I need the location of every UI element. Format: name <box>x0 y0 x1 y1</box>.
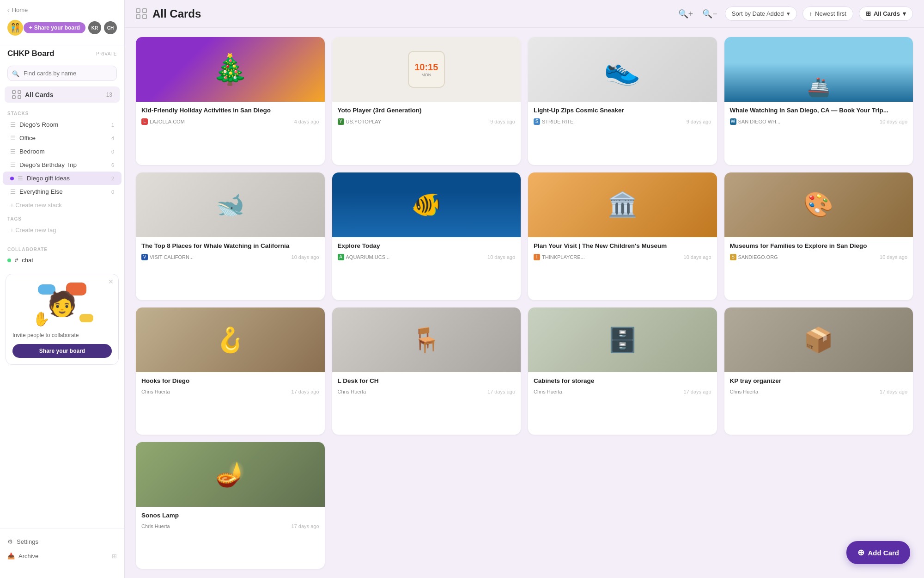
clock-date: MON <box>421 73 431 77</box>
chat-row[interactable]: # chat <box>0 254 124 266</box>
source-name: VISIT CALIFORN... <box>150 254 194 260</box>
stack-count: 0 <box>111 189 114 195</box>
card-image-museum: 🏛️ <box>528 172 717 237</box>
card-13[interactable]: 🪔 Sonos Lamp Chris Huerta 17 days ago <box>136 442 325 569</box>
sidebar-item-bedroom[interactable]: ☰ Bedroom 0 <box>3 145 122 158</box>
add-card-button[interactable]: ⊕ Add Card <box>846 541 911 564</box>
user-badge-kr: KR <box>88 21 101 34</box>
chevron-left-icon: ‹ <box>7 7 9 13</box>
card-date: 10 days ago <box>684 254 711 260</box>
source-favicon: Y <box>338 118 344 125</box>
online-indicator <box>7 258 11 262</box>
source-name: SAN DIEGO WH... <box>738 119 781 124</box>
sidebar-item-birthday-trip[interactable]: ☰ Diego's Birthday Trip 6 <box>3 158 122 172</box>
sidebar-item-everything-else[interactable]: ☰ Everything Else 0 <box>3 185 122 198</box>
card-11[interactable]: 🗄️ Cabinets for storage Chris Huerta 17 … <box>528 307 717 435</box>
zoom-out-button[interactable]: 🔍− <box>700 7 719 21</box>
stack-icon: ☰ <box>10 135 16 141</box>
sort-value: Newest first <box>815 10 846 17</box>
stack-icon: ☰ <box>10 161 16 168</box>
card-image-tray: 📦 <box>724 307 913 372</box>
card-2[interactable]: 10:15 MON Yoto Player (3rd Generation) Y… <box>332 37 521 165</box>
view-dropdown[interactable]: ⊞ All Cards ▾ <box>859 6 913 21</box>
create-tag-button[interactable]: + Create new tag <box>3 223 122 237</box>
settings-icon: ⚙ <box>7 538 13 545</box>
source-name: US.YOTOPLAY <box>346 119 382 124</box>
source-favicon: A <box>338 254 344 260</box>
home-link[interactable]: ‹ Home <box>7 6 117 13</box>
all-cards-row[interactable]: All Cards 13 <box>5 86 120 103</box>
card-source: Y US.YOTOPLAY <box>338 118 382 125</box>
card-image-yoto: 10:15 MON <box>332 37 521 102</box>
card-3[interactable]: 👟 Light-Up Zips Cosmic Sneaker S STRIDE … <box>528 37 717 165</box>
sidebar-top: ‹ Home 🧑‍🤝‍🧑 + Share your board KR CH <box>0 0 124 45</box>
create-stack-label: + Create new stack <box>10 202 62 209</box>
card-author: Chris Huerta <box>141 523 170 529</box>
card-5[interactable]: 🐋 The Top 8 Places for Whale Watching in… <box>136 172 325 301</box>
chevron-down-icon: ▾ <box>903 10 906 17</box>
card-source: S SANDIEGO.ORG <box>730 254 778 260</box>
invite-panel: ✕ 🧑 ✋ Invite people to collaborate Share… <box>6 274 119 365</box>
search-input[interactable] <box>7 66 117 81</box>
card-title: Plan Your Visit | The New Children's Mus… <box>534 242 711 250</box>
hash-icon: # <box>15 257 18 264</box>
share-board-button[interactable]: Share your board <box>12 344 112 358</box>
all-cards-label: All Cards <box>12 90 53 99</box>
yoto-clock: 10:15 MON <box>408 51 445 88</box>
invite-text: Invite people to collaborate <box>12 332 112 339</box>
cards-grid: 🎄 Kid-Friendly Holiday Activities in San… <box>125 28 924 578</box>
card-image-hooks: 🪝 <box>136 307 325 372</box>
card-4[interactable]: 🚢 Whale Watching in San Diego, CA — Book… <box>724 37 913 165</box>
sort-direction-icon: ↑ <box>809 10 813 17</box>
card-image-whale-article: 🐋 <box>136 172 325 237</box>
card-12[interactable]: 📦 KP tray organizer Chris Huerta 17 days… <box>724 307 913 435</box>
card-date: 10 days ago <box>487 254 515 260</box>
source-favicon: T <box>534 254 540 260</box>
card-8[interactable]: 🎨 Museums for Families to Explore in San… <box>724 172 913 301</box>
user-badge-ch: CH <box>104 21 117 34</box>
sidebar-item-diegos-room[interactable]: ☰ Diego's Room 1 <box>3 118 122 131</box>
chevron-down-icon: ▾ <box>787 10 790 17</box>
card-image-boat: 🚢 <box>724 37 913 102</box>
share-button[interactable]: + Share your board <box>24 22 85 33</box>
stack-name: Office <box>19 135 36 141</box>
archive-label: Archive <box>18 553 38 560</box>
zoom-in-button[interactable]: 🔍+ <box>676 7 695 21</box>
card-title: Cabinets for storage <box>534 377 711 385</box>
speech-bubble-yellow <box>79 314 93 322</box>
card-6[interactable]: 🐠 Explore Today A AQUARIUM.UCS... 10 day… <box>332 172 521 301</box>
main-title-row: All Cards <box>136 7 201 20</box>
card-10[interactable]: 🪑 L Desk for CH Chris Huerta 17 days ago <box>332 307 521 435</box>
sidebar-item-diego-gift-ideas[interactable]: ☰ Diego gift ideas 2 <box>3 172 122 185</box>
card-7[interactable]: 🏛️ Plan Your Visit | The New Children's … <box>528 172 717 301</box>
stack-count: 1 <box>111 122 114 128</box>
header-controls: 🔍+ 🔍− Sort by Date Added ▾ ↑ Newest firs… <box>676 6 913 21</box>
card-date: 10 days ago <box>880 254 907 260</box>
card-date: 17 days ago <box>880 389 907 394</box>
sidebar-item-office[interactable]: ☰ Office 4 <box>3 131 122 145</box>
card-author: Chris Huerta <box>338 389 366 394</box>
card-image-aquarium: 🐠 <box>332 172 521 237</box>
sidebar: ‹ Home 🧑‍🤝‍🧑 + Share your board KR CH CH… <box>0 0 125 578</box>
sort-dropdown[interactable]: Sort by Date Added ▾ <box>725 6 797 21</box>
card-title: L Desk for CH <box>338 377 516 385</box>
card-author: Chris Huerta <box>534 389 562 394</box>
source-favicon: S <box>534 118 540 125</box>
stack-count: 6 <box>111 162 114 168</box>
newest-first-dropdown[interactable]: ↑ Newest first <box>802 6 853 21</box>
chat-label: chat <box>22 257 33 264</box>
all-cards-count: 13 <box>106 92 112 98</box>
card-title: Kid-Friendly Holiday Activities in San D… <box>141 106 319 115</box>
card-1[interactable]: 🎄 Kid-Friendly Holiday Activities in San… <box>136 37 325 165</box>
source-favicon: S <box>730 254 736 260</box>
grid-icon <box>12 90 21 99</box>
archive-row[interactable]: 📥 Archive ⊞ <box>0 549 124 563</box>
view-grid-icon <box>136 8 147 19</box>
source-name: LAJOLLA.COM <box>150 119 185 124</box>
main-content: All Cards 🔍+ 🔍− Sort by Date Added ▾ ↑ N… <box>125 0 924 578</box>
card-title: KP tray organizer <box>730 377 908 385</box>
settings-row[interactable]: ⚙ Settings <box>0 535 124 549</box>
card-9[interactable]: 🪝 Hooks for Diego Chris Huerta 17 days a… <box>136 307 325 435</box>
search-box: 🔍 <box>7 66 117 81</box>
create-stack-button[interactable]: + Create new stack <box>3 198 122 212</box>
